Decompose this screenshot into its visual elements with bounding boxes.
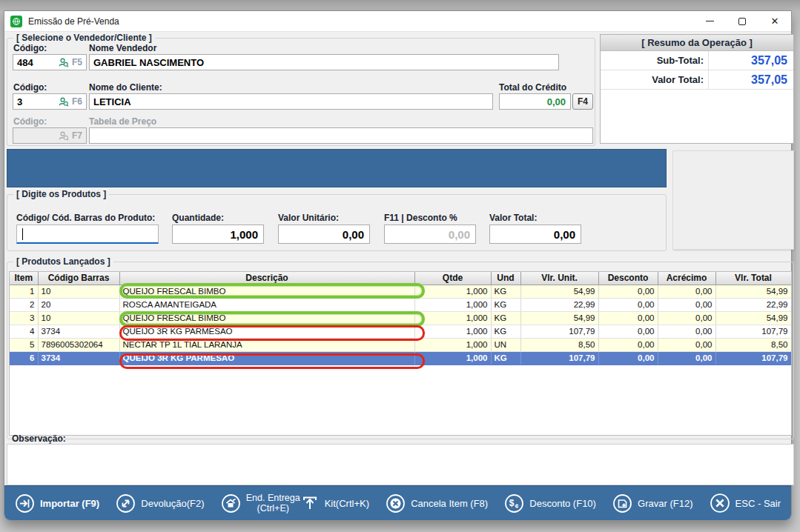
title-bar: Emissão de Pré-Venda ✕ xyxy=(4,11,791,32)
summary-title: [ Resumo da Operação ] xyxy=(601,35,793,51)
client-name-input[interactable]: LETICIA xyxy=(89,93,493,110)
line-total-input[interactable]: 0,00 xyxy=(489,225,581,244)
client-fkey: F6 xyxy=(72,96,82,107)
pricetable-label: Tabela de Preço xyxy=(89,116,156,127)
cell-unit: KG xyxy=(491,311,520,325)
cell-unit: KG xyxy=(491,298,520,311)
end-entrega-shortcut: (Ctrl+E) xyxy=(257,503,289,513)
table-row[interactable]: 57896005302064NECTAR TP 1L TIAL LARANJA1… xyxy=(10,338,791,351)
vendor-code-input[interactable]: 484 F5 xyxy=(13,54,87,70)
esc-sair-button[interactable]: ESC - Sair xyxy=(710,493,781,513)
unit-price-input[interactable]: 0,00 xyxy=(278,225,370,244)
import-icon xyxy=(15,493,35,513)
vendor-code-label: Código: xyxy=(13,43,47,53)
products-table: ItemCódigo BarrasDescriçãoQtdeUndVlr. Un… xyxy=(9,271,792,436)
column-header[interactable]: Vlr. Total xyxy=(715,272,791,285)
discount-percent-input: 0,00 xyxy=(384,225,476,244)
text-caret xyxy=(22,228,23,240)
line-total-label: Valor Total: xyxy=(489,213,537,223)
vendor-client-group-title: [ Selecione o Vendedor/Cliente ] xyxy=(13,33,155,43)
column-header[interactable]: Item xyxy=(10,272,38,285)
kit-button[interactable]: Kit(Crtl+K) xyxy=(300,493,369,513)
window-title: Emissão de Pré-Venda xyxy=(28,16,119,27)
quantity-input[interactable]: 1,000 xyxy=(172,225,264,244)
table-row[interactable]: 110QUEIJO FRESCAL BIMBO1,000KG54,990,000… xyxy=(10,285,791,298)
cell-addition: 0,00 xyxy=(658,351,715,365)
exit-icon xyxy=(710,493,730,513)
maximize-button[interactable] xyxy=(726,11,758,31)
column-header[interactable]: Qtde xyxy=(414,272,491,285)
app-window: Emissão de Pré-Venda ✕ [ Selecione o Ven… xyxy=(4,10,792,521)
cell-barcode: 3734 xyxy=(38,325,119,338)
column-header[interactable]: Vlr. Unit. xyxy=(520,272,598,285)
table-row[interactable]: 220ROSCA AMANTEIGADA1,000KG22,990,000,00… xyxy=(10,298,791,311)
subtotal-row: Sub-Total: 357,05 xyxy=(601,51,793,70)
cell-description: QUEIJO FRESCAL BIMBO xyxy=(119,311,414,325)
cell-qty: 1,000 xyxy=(414,285,491,298)
product-code-input[interactable] xyxy=(16,225,159,244)
minimize-button[interactable] xyxy=(693,11,726,31)
table-row[interactable]: 310QUEIJO FRESCAL BIMBO1,000KG54,990,000… xyxy=(10,311,791,325)
bottom-toolbar: Importar (F9) Devolução(F2) End. Entrega… xyxy=(4,485,791,520)
cell-description: QUEIJO 3R KG PARMESAO xyxy=(119,351,414,365)
cell-unit_price: 54,99 xyxy=(520,311,598,325)
cell-qty: 1,000 xyxy=(414,311,491,325)
cell-item: 6 xyxy=(10,351,38,365)
delivery-address-icon xyxy=(221,493,241,513)
cancel-item-icon xyxy=(386,493,406,513)
kit-upload-icon xyxy=(300,493,320,513)
vendor-code-value: 484 xyxy=(17,57,33,68)
total-value: 357,05 xyxy=(709,73,793,87)
cancela-item-button[interactable]: Cancela Item (F8) xyxy=(386,493,488,513)
cell-discount: 0,00 xyxy=(598,298,658,311)
vendor-name-input[interactable]: GABRIEL NASCIMENTO xyxy=(89,54,559,70)
cell-total: 54,99 xyxy=(715,285,791,298)
devolucao-button[interactable]: Devolução(F2) xyxy=(116,493,204,513)
cell-addition: 0,00 xyxy=(658,325,715,338)
cell-description: QUEIJO FRESCAL BIMBO xyxy=(119,285,414,298)
cell-addition: 0,00 xyxy=(658,311,715,325)
end-entrega-label: End. Entrega xyxy=(246,493,300,503)
importar-button[interactable]: Importar (F9) xyxy=(15,493,99,513)
cell-discount: 0,00 xyxy=(598,338,658,351)
table-row[interactable]: 43734QUEIJO 3R KG PARMESAO1,000KG107,790… xyxy=(10,325,791,338)
cell-total: 107,79 xyxy=(715,351,791,365)
column-header[interactable]: Descrição xyxy=(119,272,414,285)
cell-unit_price: 54,99 xyxy=(520,285,598,298)
column-header[interactable]: Und xyxy=(491,272,520,285)
subtotal-value: 357,05 xyxy=(709,54,793,67)
desconto-button[interactable]: $¢ Desconto (F10) xyxy=(504,493,596,513)
table-row[interactable]: 63734QUEIJO 3R KG PARMESAO1,000KG107,790… xyxy=(10,351,791,365)
cell-barcode: 7896005302064 xyxy=(38,338,119,351)
gravar-button[interactable]: Gravar (F12) xyxy=(612,493,692,513)
pricetable-input[interactable] xyxy=(89,127,593,144)
client-search-icon[interactable] xyxy=(58,96,69,107)
cell-item: 5 xyxy=(10,338,38,351)
cell-unit_price: 8,50 xyxy=(520,338,598,351)
operation-summary-panel: [ Resumo da Operação ] Sub-Total: 357,05… xyxy=(600,34,794,144)
cell-discount: 0,00 xyxy=(598,351,658,365)
cell-barcode: 10 xyxy=(38,285,119,298)
discount-percent-label: F11 | Desconto % xyxy=(384,213,457,223)
pricetable-fkey: F7 xyxy=(72,130,82,141)
vendor-client-group: [ Selecione o Vendedor/Cliente ] Código:… xyxy=(7,38,595,146)
cell-qty: 1,000 xyxy=(414,351,491,365)
end-entrega-button[interactable]: End. Entrega(Ctrl+E) xyxy=(221,493,300,514)
credit-f4-button[interactable]: F4 xyxy=(572,93,593,110)
cell-discount: 0,00 xyxy=(598,325,658,338)
column-header[interactable]: Acrécimo xyxy=(658,272,715,285)
client-code-input[interactable]: 3 F6 xyxy=(13,93,87,110)
close-button[interactable]: ✕ xyxy=(758,11,791,31)
column-header[interactable]: Código Barras xyxy=(38,272,119,285)
message-banner xyxy=(7,149,667,187)
quantity-value: 1,000 xyxy=(230,228,258,241)
svg-text:$: $ xyxy=(509,498,515,508)
vendor-search-icon[interactable] xyxy=(58,57,69,68)
observation-textarea[interactable] xyxy=(7,444,794,485)
vendor-fkey: F5 xyxy=(72,57,82,67)
column-header[interactable]: Desconto xyxy=(598,272,658,285)
cell-qty: 1,000 xyxy=(414,325,491,338)
cell-description: QUEIJO 3R KG PARMESAO xyxy=(119,325,414,338)
cell-unit_price: 107,79 xyxy=(520,325,598,338)
client-code-label: Código: xyxy=(13,82,47,93)
